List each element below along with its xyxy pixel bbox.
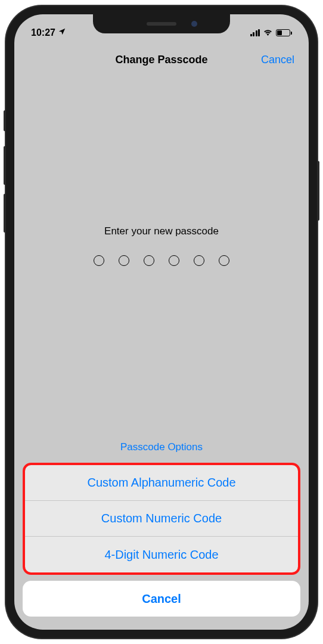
prompt-label: Enter your new passcode: [14, 225, 309, 237]
passcode-dot: [94, 255, 104, 266]
status-left: 10:27: [31, 27, 66, 38]
passcode-dot: [119, 255, 129, 266]
passcode-dot: [194, 255, 204, 266]
passcode-dot: [169, 255, 179, 266]
side-button: [317, 161, 319, 221]
passcode-input[interactable]: [14, 255, 309, 266]
cellular-signal-icon: [250, 29, 260, 36]
content-area: Enter your new passcode Passcode Options…: [14, 76, 309, 630]
passcode-dot: [144, 255, 154, 266]
action-sheet-cancel-button[interactable]: Cancel: [23, 581, 300, 617]
four-digit-numeric-option[interactable]: 4-Digit Numeric Code: [25, 537, 298, 572]
action-sheet-options: Custom Alphanumeric Code Custom Numeric …: [23, 463, 300, 575]
volume-up-button: [4, 146, 6, 185]
passcode-options-button[interactable]: Passcode Options: [14, 441, 309, 453]
screen: 10:27: [14, 14, 309, 630]
location-icon: [58, 27, 66, 38]
notch: [93, 14, 230, 33]
speaker: [147, 22, 176, 26]
volume-down-button: [4, 194, 6, 233]
mute-switch: [4, 110, 6, 131]
status-right: [250, 27, 293, 38]
page-title: Change Passcode: [115, 54, 207, 66]
front-camera: [191, 21, 197, 27]
custom-numeric-option[interactable]: Custom Numeric Code: [25, 501, 298, 537]
action-sheet: Custom Alphanumeric Code Custom Numeric …: [23, 463, 300, 617]
phone-frame: 10:27: [6, 6, 317, 638]
passcode-dot: [219, 255, 229, 266]
custom-alphanumeric-option[interactable]: Custom Alphanumeric Code: [25, 465, 298, 501]
time-label: 10:27: [31, 27, 55, 38]
battery-icon: [276, 29, 292, 36]
navigation-bar: Change Passcode Cancel: [14, 43, 309, 76]
cancel-button[interactable]: Cancel: [261, 54, 294, 66]
wifi-icon: [263, 27, 273, 38]
